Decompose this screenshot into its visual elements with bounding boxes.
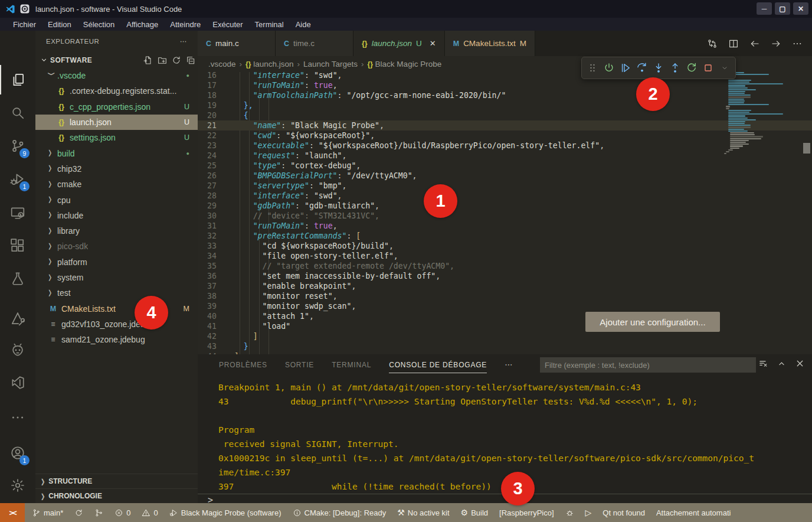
collapse-all-icon[interactable] bbox=[186, 56, 195, 65]
tree-item-cortex-debug-registers-stat[interactable]: {}.cortex-debug.registers.stat... bbox=[35, 83, 198, 99]
tree-item-include[interactable]: ❭include bbox=[35, 208, 198, 223]
status-launch-target[interactable]: [RaspberryPico] bbox=[499, 508, 554, 517]
minimap[interactable] bbox=[719, 72, 800, 354]
refresh-icon[interactable] bbox=[172, 56, 181, 65]
status-debug-button[interactable] bbox=[565, 508, 574, 517]
tree-item-pico-sdk[interactable]: ❭pico-sdk bbox=[35, 239, 198, 254]
status-auto-attach[interactable]: Attachement automati bbox=[656, 508, 731, 517]
tree-item-build[interactable]: ❭build● bbox=[35, 145, 198, 161]
maximize-button[interactable]: ▢ bbox=[775, 2, 790, 15]
activity-extensions[interactable] bbox=[0, 231, 35, 260]
breadcrumb-item-vscode[interactable]: .vscode bbox=[208, 60, 236, 68]
tree-item-settings-json[interactable]: {}settings.jsonU bbox=[35, 130, 198, 145]
tab-launch-json[interactable]: {}launch.jsonU✕ bbox=[353, 31, 445, 56]
activity-explorer[interactable] bbox=[0, 65, 35, 94]
breadcrumb-item-launch-targets[interactable]: Launch Targets bbox=[303, 60, 358, 68]
menu-edition[interactable]: Edition bbox=[42, 20, 77, 29]
status-git-branch[interactable]: main* bbox=[32, 508, 63, 517]
activity-testing[interactable] bbox=[0, 264, 35, 293]
tree-item-library[interactable]: ❭library bbox=[35, 223, 198, 239]
activity-visual-studio[interactable] bbox=[0, 368, 35, 397]
tree-item-cmakelists-txt[interactable]: MCMakeLists.txtM bbox=[35, 301, 198, 316]
debug-drag-handle-button[interactable] bbox=[585, 59, 600, 77]
debug-more-button[interactable] bbox=[718, 59, 732, 77]
remote-indicator[interactable]: >< bbox=[0, 503, 25, 522]
menu-ex-cuter[interactable]: Exécuter bbox=[207, 20, 248, 29]
chevron-up-icon[interactable] bbox=[777, 358, 787, 368]
minimize-button[interactable]: ─ bbox=[757, 2, 772, 15]
activity-cmake[interactable] bbox=[0, 304, 35, 334]
panel-tab-console-de-d-bogage[interactable]: CONSOLE DE DÉBOGAGE bbox=[389, 356, 487, 373]
tree-item-test[interactable]: ❭test bbox=[35, 285, 198, 301]
tab-time-c[interactable]: Ctime.c bbox=[276, 31, 353, 56]
close-panel-icon[interactable] bbox=[795, 358, 805, 368]
close-window-button[interactable]: ✕ bbox=[793, 2, 808, 15]
status-build[interactable]: ⚙Build bbox=[461, 508, 488, 517]
status-run-button[interactable]: ▷ bbox=[585, 508, 592, 517]
panel-more-icon[interactable]: ⋯ bbox=[505, 360, 512, 369]
activity-more[interactable] bbox=[0, 403, 35, 432]
debug-console-filter-input[interactable] bbox=[540, 357, 756, 373]
editor-scrollbar-thumb[interactable] bbox=[803, 143, 810, 154]
activity-remote-explorer[interactable] bbox=[0, 198, 35, 227]
menu-terminal[interactable]: Terminal bbox=[249, 20, 290, 29]
activity-run-and-debug[interactable]: 1 bbox=[0, 164, 35, 194]
workspace-section-header[interactable]: SOFTWARE bbox=[35, 52, 198, 68]
sidebar-more-icon[interactable]: ⋯ bbox=[180, 37, 187, 45]
status-git-merge[interactable] bbox=[94, 508, 103, 517]
tree-item-c-cpp-properties-json[interactable]: {}c_cpp_properties.jsonU bbox=[35, 99, 198, 115]
activity-accounts[interactable]: 1 bbox=[0, 438, 35, 468]
status-errors[interactable]: 0 bbox=[114, 508, 130, 517]
breadcrumb-item-launch-json[interactable]: {} launch.json bbox=[245, 60, 293, 68]
status-warnings[interactable]: 0 bbox=[142, 508, 158, 517]
menu-s-lection[interactable]: Sélection bbox=[77, 20, 120, 29]
menu-atteindre[interactable]: Atteindre bbox=[164, 20, 207, 29]
debug-step-into-button[interactable] bbox=[651, 59, 666, 77]
debug-restart-button[interactable] bbox=[685, 59, 699, 77]
arrow-right-icon[interactable] bbox=[771, 38, 781, 49]
status-debug-target[interactable]: Black Magic Probe (software) bbox=[169, 508, 281, 517]
tree-item-platform[interactable]: ❭platform bbox=[35, 255, 198, 270]
panel-tab-sortie[interactable]: SORTIE bbox=[285, 356, 314, 373]
tree-item-cmake[interactable]: ❭cmake bbox=[35, 177, 198, 192]
tree-item-cpu[interactable]: ❭cpu bbox=[35, 192, 198, 207]
tab-cmakelists-txt[interactable]: MCMakeLists.txtM bbox=[445, 31, 535, 56]
activity-search[interactable] bbox=[0, 98, 35, 128]
tree-item-system[interactable]: ❭system bbox=[35, 270, 198, 285]
debug-start-button[interactable] bbox=[602, 59, 616, 77]
status-qt-status[interactable]: Qt not found bbox=[603, 508, 645, 517]
sidebar-section-structure[interactable]: ❭STRUCTURE bbox=[35, 474, 198, 488]
debug-step-over-button[interactable] bbox=[635, 59, 649, 77]
activity-platformio[interactable] bbox=[0, 336, 35, 366]
tab-main-c[interactable]: Cmain.c bbox=[198, 31, 276, 56]
close-tab-icon[interactable]: ✕ bbox=[430, 39, 436, 48]
breadcrumb-item-black-magic-probe[interactable]: {} Black Magic Probe bbox=[368, 60, 442, 68]
split-editor-icon[interactable] bbox=[728, 38, 739, 49]
status-sync[interactable] bbox=[74, 508, 83, 517]
filter-icon[interactable] bbox=[758, 358, 768, 368]
activity-source-control[interactable]: 9 bbox=[0, 131, 35, 161]
ellipsis-icon[interactable] bbox=[792, 38, 803, 49]
tree-item-launch-json[interactable]: {}launch.jsonU bbox=[35, 115, 198, 130]
tree-item-chip32[interactable]: ❭chip32 bbox=[35, 161, 198, 177]
new-file-icon[interactable] bbox=[143, 56, 153, 65]
status-cmake-status[interactable]: CMake: [Debug]: Ready bbox=[293, 508, 387, 517]
panel-tab-terminal[interactable]: TERMINAL bbox=[332, 356, 371, 373]
status-active-kit[interactable]: ⚒No active kit bbox=[397, 508, 449, 517]
open-changes-icon[interactable] bbox=[707, 38, 718, 49]
menu-affichage[interactable]: Affichage bbox=[120, 20, 164, 29]
tree-item-samd21-ozone-jdebug[interactable]: ≡samd21_ozone.jdebug bbox=[35, 332, 198, 347]
add-configuration-button[interactable]: Ajouter une configuration... bbox=[585, 312, 720, 332]
sidebar-section-chronologie[interactable]: ❭CHRONOLOGIE bbox=[35, 488, 198, 503]
tree-item-gd32vf103-ozone-jdebug[interactable]: ≡gd32vf103_ozone.jdebug bbox=[35, 317, 198, 332]
activity-settings[interactable] bbox=[0, 471, 35, 500]
arrow-left-icon[interactable] bbox=[749, 38, 760, 49]
debug-stop-button[interactable] bbox=[701, 59, 715, 77]
tree-item-vscode[interactable]: ❭.vscode● bbox=[35, 68, 198, 83]
menu-aide[interactable]: Aide bbox=[290, 20, 317, 29]
menu-fichier[interactable]: Fichier bbox=[7, 20, 42, 29]
debug-continue-button[interactable] bbox=[618, 59, 633, 77]
debug-step-out-button[interactable] bbox=[668, 59, 682, 77]
panel-tab-probl-mes[interactable]: PROBLÈMES bbox=[219, 356, 267, 373]
new-folder-icon[interactable] bbox=[158, 56, 167, 65]
